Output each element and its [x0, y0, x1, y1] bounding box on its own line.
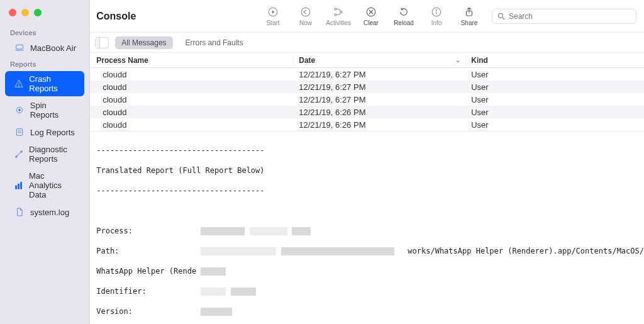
share-icon	[462, 6, 476, 18]
cell-kind: User	[466, 95, 644, 104]
activities-button[interactable]: Activities	[322, 6, 355, 26]
column-date-label: Date	[299, 56, 315, 65]
main-panel: Console Start Now Activities Clear Reloa…	[90, 0, 644, 324]
cell-process: cloudd	[90, 70, 294, 79]
sidebar-item-system-log[interactable]: system.log	[5, 204, 84, 220]
search-field-wrap	[492, 9, 636, 24]
cell-date: 12/21/19, 6:27 PM	[294, 82, 466, 92]
cell-date: 12/21/19, 6:27 PM	[294, 95, 466, 104]
toolbar-label: Clear	[364, 20, 379, 26]
svg-line-24	[502, 17, 505, 20]
toolbar-label: Share	[461, 20, 478, 26]
cell-process: cloudd	[90, 108, 294, 117]
info-button[interactable]: Info	[420, 6, 453, 26]
svg-rect-0	[16, 45, 23, 49]
chevron-down-icon: ⌄	[455, 57, 460, 64]
cell-process: cloudd	[90, 95, 294, 104]
label-path-cont: WhatsApp Helper (Rende	[96, 267, 196, 276]
sidebar-item-label: system.log	[30, 208, 69, 217]
svg-rect-10	[16, 186, 17, 189]
clear-button[interactable]: Clear	[355, 6, 387, 26]
column-process-name[interactable]: Process Name	[90, 56, 294, 65]
log-icon	[14, 127, 25, 137]
svg-rect-11	[18, 184, 19, 189]
sidebar-item-label: MacBook Air	[30, 43, 76, 53]
start-button[interactable]: Start	[257, 6, 289, 26]
sidebar-section-devices: Devices	[0, 25, 89, 39]
sidebar-toggle-button[interactable]	[95, 37, 109, 48]
clear-icon	[364, 6, 378, 18]
cell-process: cloudd	[90, 82, 294, 92]
filter-all-messages[interactable]: All Messages	[115, 36, 172, 49]
toolbar: Console Start Now Activities Clear Reloa…	[90, 0, 644, 33]
label-identifier: Identifier:	[96, 287, 146, 296]
search-icon	[497, 12, 506, 21]
spin-icon	[14, 105, 25, 115]
path-tail: works/WhatsApp Helper (Renderer).app/Con…	[408, 247, 644, 255]
svg-point-16	[335, 14, 336, 16]
sidebar-item-label: Mac Analytics Data	[29, 171, 77, 199]
sidebar-item-label: Spin Reports	[30, 101, 77, 120]
zoom-window-button[interactable]	[34, 9, 42, 16]
svg-rect-12	[21, 182, 22, 189]
svg-point-23	[498, 13, 502, 18]
label-version: Version:	[96, 307, 133, 316]
toolbar-label: Activities	[326, 20, 350, 26]
search-input[interactable]	[492, 9, 636, 24]
alert-icon	[14, 79, 24, 89]
sidebar-item-log-reports[interactable]: Log Reports	[5, 124, 84, 140]
cell-date: 12/21/19, 6:27 PM	[294, 70, 466, 79]
sidebar-item-label: Log Reports	[30, 128, 75, 137]
branch-icon	[331, 6, 345, 18]
table-row[interactable]: cloudd 12/21/19, 6:26 PM User	[90, 118, 644, 131]
table-row[interactable]: cloudd 12/21/19, 6:27 PM User	[90, 68, 644, 81]
play-icon	[266, 6, 280, 18]
label-process: Process:	[96, 226, 133, 235]
table-body: cloudd 12/21/19, 6:27 PM User cloudd 12/…	[90, 68, 644, 131]
sidebar-item-crash-reports[interactable]: Crash Reports	[5, 71, 84, 96]
svg-point-4	[19, 109, 21, 111]
table-row[interactable]: cloudd 12/21/19, 6:26 PM User	[90, 106, 644, 118]
label-path: Path:	[96, 247, 119, 255]
column-date[interactable]: Date ⌄	[294, 56, 466, 65]
cell-kind: User	[466, 82, 644, 92]
filter-errors-faults[interactable]: Errors and Faults	[179, 36, 250, 49]
close-window-button[interactable]	[9, 9, 16, 16]
detail-divider: -------------------------------------	[96, 186, 644, 196]
sidebar-item-label: Diagnostic Reports	[29, 145, 77, 164]
sidebar-item-mac-analytics[interactable]: Mac Analytics Data	[5, 168, 84, 203]
svg-rect-5	[16, 129, 22, 136]
minimize-window-button[interactable]	[21, 9, 29, 16]
laptop-icon	[14, 43, 25, 53]
toolbar-label: Start	[266, 20, 279, 26]
toolbar-label: Reload	[394, 20, 414, 26]
reload-icon	[397, 6, 411, 18]
detail-divider: -------------------------------------	[96, 145, 644, 155]
sidebar: Devices MacBook Air Reports Crash Report…	[0, 0, 90, 324]
detail-title: Translated Report (Full Report Below)	[96, 165, 644, 176]
tools-icon	[14, 149, 24, 159]
table-row[interactable]: cloudd 12/21/19, 6:27 PM User	[90, 93, 644, 106]
cell-kind: User	[466, 120, 644, 130]
sidebar-item-spin-reports[interactable]: Spin Reports	[5, 98, 84, 123]
cell-date: 12/21/19, 6:26 PM	[294, 108, 466, 117]
chart-icon	[14, 181, 24, 191]
sidebar-item-diagnostic-reports[interactable]: Diagnostic Reports	[5, 142, 84, 167]
svg-point-2	[19, 86, 19, 86]
toolbar-label: Now	[299, 20, 312, 26]
back-icon	[299, 6, 313, 18]
table-row[interactable]: cloudd 12/21/19, 6:27 PM User	[90, 81, 644, 93]
traffic-lights	[0, 5, 89, 25]
report-detail[interactable]: ------------------------------------- Tr…	[90, 131, 644, 324]
cell-process: cloudd	[90, 120, 294, 130]
toolbar-label: Info	[431, 20, 442, 26]
now-button[interactable]: Now	[289, 6, 322, 26]
reload-button[interactable]: Reload	[387, 6, 420, 26]
cell-kind: User	[466, 70, 644, 79]
file-icon	[14, 207, 25, 217]
sidebar-item-macbook-air[interactable]: MacBook Air	[5, 40, 84, 56]
share-button[interactable]: Share	[453, 6, 486, 26]
svg-point-17	[340, 11, 342, 13]
sidebar-section-reports: Reports	[0, 57, 89, 70]
column-kind[interactable]: Kind	[466, 56, 644, 65]
